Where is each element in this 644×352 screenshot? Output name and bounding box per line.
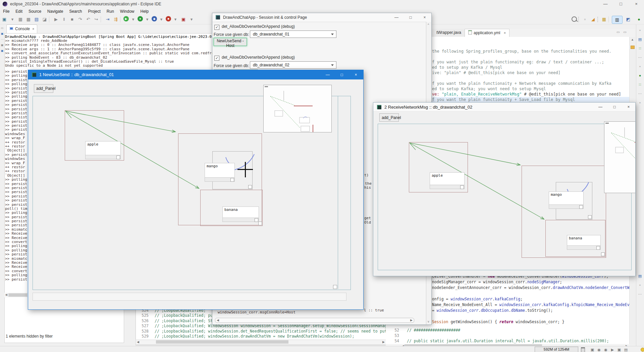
more-views-icon[interactable]: ⋯ [0,38,4,41]
scroll-right-icon[interactable]: ▶ [410,318,413,322]
checkbox-checked-icon[interactable]: ✓ [214,25,219,30]
validation2-icon[interactable]: ◉ [602,347,609,352]
newusesend-host-button[interactable]: NewUseSend - Host [214,38,247,46]
overview-minimap[interactable] [263,85,332,132]
node-apple[interactable]: apple [430,172,465,189]
resize-handle[interactable] [230,178,234,182]
resume-icon[interactable]: ▶ [52,16,60,23]
close-button[interactable]: × [629,0,644,8]
last-edit-icon[interactable]: ⇶ [112,16,119,23]
debug-caret-icon[interactable]: ▾ [144,16,151,23]
outline2-icon[interactable]: ▤ [636,273,644,279]
pin-icon[interactable]: ◪ [41,16,48,23]
dialog-hscrollbar[interactable]: ◀ ▶ [215,318,414,323]
scroll-left-icon[interactable]: ◀ [137,340,139,344]
resize-handle[interactable] [596,246,600,250]
menu-item[interactable]: File [0,8,12,15]
open-perspective-icon[interactable]: ▦ [600,16,608,23]
lightbulb-icon[interactable] [641,348,644,352]
scroll-up-icon[interactable]: ^ [428,23,429,26]
next-annotation-icon[interactable]: ⇥ [104,16,111,23]
profile-caret-icon[interactable]: ▾ [172,16,179,23]
minimize-button[interactable]: — [598,0,613,8]
javaee-perspective-icon[interactable]: ▥ [612,16,623,24]
console-view2-icon[interactable]: ▣ [0,49,4,52]
debug-view-icon[interactable]: ● [636,72,644,79]
annotation-marker[interactable] [631,46,635,49]
save-icon[interactable]: ▦ [17,16,24,23]
restore-icon[interactable]: ▫ [636,27,644,34]
db-combo-2[interactable]: db_drawandchat_02 [250,61,336,69]
scroll-thumb[interactable] [156,340,288,344]
coverage-view-icon[interactable]: ∷ [636,45,644,52]
java-perspective-icon[interactable]: ◩ [623,16,633,23]
view3-icon[interactable]: ▫ [636,282,644,288]
validation-icon[interactable]: ◉ [596,347,602,352]
run-icon[interactable]: ▶ [123,16,129,21]
restore-pane-icon[interactable]: ▭ [0,26,4,30]
toolbar-right-icon[interactable] [608,16,611,22]
scroll-left-icon[interactable]: ◀ [5,293,7,296]
coverage-caret-icon[interactable]: ▾ [158,16,165,23]
window2-icon[interactable]: ▣ [616,347,623,352]
open-type-icon[interactable]: ▫ [581,16,589,23]
view2-icon[interactable]: ▫ [636,99,644,106]
toolbar-right-icon[interactable] [597,17,600,22]
maximize-button[interactable]: □ [404,13,417,22]
more2-icon[interactable]: ⋯ [636,90,644,97]
maximize-button[interactable]: □ [613,0,629,8]
resize-handle[interactable] [116,156,120,159]
minimize-button[interactable]: — [390,13,403,22]
external-caret-icon[interactable]: ▾ [188,16,195,23]
node-banana[interactable]: banana [222,207,259,222]
node-mango[interactable]: mango [205,163,235,182]
tab-console[interactable]: Console× [6,24,37,33]
toolbar-icon[interactable] [120,16,123,22]
close-icon[interactable]: × [32,27,34,31]
toolbar-icon[interactable] [49,16,52,22]
debug-perspective-icon[interactable]: ● [634,16,644,23]
scroll-right-icon[interactable]: ▶ [382,340,385,344]
server-sync-icon[interactable]: ▶ [609,347,616,352]
quick-access-icon[interactable]: ◢ [589,16,597,23]
more3-icon[interactable]: ⋯ [636,291,644,297]
profile-icon[interactable]: ■ [166,16,171,21]
save-all-icon[interactable]: ▩ [25,16,32,23]
more-icon[interactable]: ⋯ [636,54,644,61]
close-button[interactable]: × [418,13,431,22]
menu-item[interactable]: Navigate [44,8,66,15]
dialog-titlebar[interactable]: DrawAndChatApp - Session init & control … [212,13,431,22]
print-icon[interactable]: ▤ [33,16,40,23]
step-into-icon[interactable]: ↷ [76,16,84,23]
node-apple[interactable]: apple [85,141,121,159]
checkbox-checked-icon[interactable]: ✓ [214,56,219,61]
scroll-up-icon[interactable]: ▲ [631,38,634,41]
new-caret-icon[interactable]: ▾ [9,16,16,23]
menu-item[interactable]: Source [25,8,44,15]
toolbar-icon[interactable] [101,16,103,22]
menu-item[interactable]: Window [117,8,138,15]
coverage-icon[interactable]: ◆ [152,16,157,21]
overview-minimap[interactable] [604,121,636,193]
debug-icon[interactable]: ● [138,16,143,21]
outline-icon[interactable]: ▤ [636,36,644,43]
step-over-icon[interactable]: ↶ [85,16,92,23]
step-return-icon[interactable]: ↪ [93,16,100,23]
view-icon[interactable]: ▫ [636,63,644,70]
view-minmax-icons[interactable]: ▭ ▭ [616,30,628,34]
suspend-icon[interactable]: ‖ [60,16,68,23]
node-mango[interactable]: mango [549,191,584,209]
scroll-left-icon[interactable]: ◀ [217,318,219,322]
terminate-icon[interactable]: ■ [68,16,76,23]
db-combo-1[interactable]: db_drawandchat_01 [250,31,336,38]
close-icon[interactable]: × [504,31,506,35]
toolbar-right-icon[interactable] [578,17,581,22]
scroll-thumb[interactable] [8,293,27,297]
menu-item[interactable]: Edit [12,8,25,15]
menu-item[interactable]: Help [138,8,152,15]
external-tools-icon[interactable]: ▣ [180,16,187,23]
menu-item[interactable]: Search [66,8,85,15]
node-banana[interactable]: banana [567,235,601,250]
document-icon[interactable]: ▤ [623,347,629,352]
menu-item[interactable]: Run [104,8,117,15]
